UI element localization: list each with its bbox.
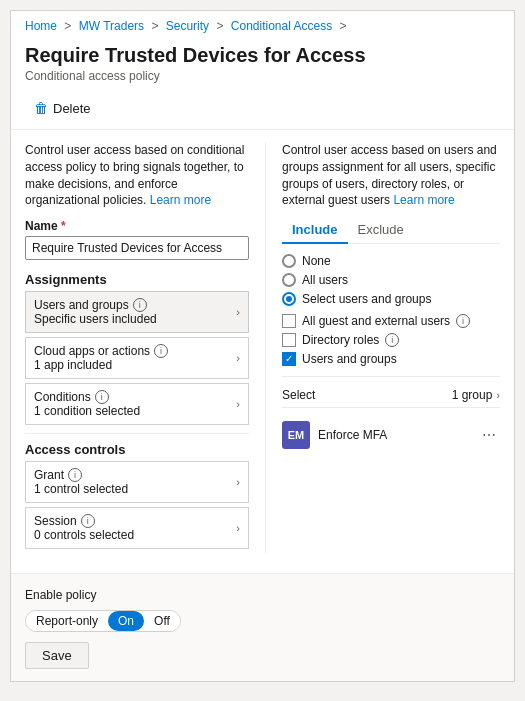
enable-policy-label: Enable policy [25,588,500,602]
users-groups-info-icon[interactable]: i [133,298,147,312]
guest-info-icon[interactable]: i [456,314,470,328]
checkbox-directory-label: Directory roles [302,333,379,347]
page-container: Home > MW Traders > Security > Condition… [10,10,515,682]
checkbox-directory-box [282,333,296,347]
directory-info-icon[interactable]: i [385,333,399,347]
select-value: 1 group [452,388,493,402]
right-divider [282,376,500,377]
users-groups-label: Users and groups [34,298,129,312]
delete-button[interactable]: 🗑 Delete [25,95,100,121]
radio-group: None All users Select users and groups [282,254,500,306]
radio-none-circle [282,254,296,268]
radio-dot [286,296,292,302]
grant-info-icon[interactable]: i [68,468,82,482]
right-description: Control user access based on users and g… [282,142,500,209]
assignments-title: Assignments [25,272,249,287]
checkbox-guest-external[interactable]: All guest and external users i [282,314,500,328]
required-star: * [61,219,66,233]
radio-all-users[interactable]: All users [282,273,500,287]
grant-label: Grant [34,468,64,482]
session-info-icon[interactable]: i [81,514,95,528]
cloud-apps-row[interactable]: Cloud apps or actions i 1 app included › [25,337,249,379]
cloud-apps-info-icon[interactable]: i [154,344,168,358]
cloud-apps-chevron: › [236,352,240,364]
divider-1 [25,433,249,434]
grant-row[interactable]: Grant i 1 control selected › [25,461,249,503]
select-row[interactable]: Select 1 group › [282,383,500,408]
left-panel: Control user access based on conditional… [25,142,265,553]
access-controls-title: Access controls [25,442,249,457]
grant-value: 1 control selected [34,482,128,496]
select-label: Select [282,388,315,402]
toolbar: 🗑 Delete [11,89,514,130]
toggle-on[interactable]: On [108,611,144,631]
conditions-label: Conditions [34,390,91,404]
conditions-row[interactable]: Conditions i 1 condition selected › [25,383,249,425]
group-item: EM Enforce MFA ⋯ [282,416,500,454]
toggle-off[interactable]: Off [144,611,180,631]
users-groups-chevron: › [236,306,240,318]
breadcrumb-mwtraders[interactable]: MW Traders [79,19,144,33]
tab-exclude[interactable]: Exclude [348,217,414,244]
page-header: Require Trusted Devices for Access Condi… [11,37,514,89]
radio-all-users-circle [282,273,296,287]
radio-none[interactable]: None [282,254,500,268]
group-item-left: EM Enforce MFA [282,421,387,449]
checkbox-directory-roles[interactable]: Directory roles i [282,333,500,347]
session-row[interactable]: Session i 0 controls selected › [25,507,249,549]
radio-select-users-circle [282,292,296,306]
conditions-chevron: › [236,398,240,410]
name-input[interactable] [25,236,249,260]
toggle-container: Report-only On Off [25,610,500,632]
session-value: 0 controls selected [34,528,134,542]
users-groups-value: Specific users included [34,312,157,326]
group-name: Enforce MFA [318,428,387,442]
checkbox-check-icon: ✓ [285,354,293,364]
select-chevron: › [496,389,500,401]
checkbox-group: All guest and external users i Directory… [282,314,500,366]
checkbox-guest-box [282,314,296,328]
tab-include[interactable]: Include [282,217,348,244]
footer: Enable policy Report-only On Off Save [11,573,514,681]
page-subtitle: Conditional access policy [25,69,500,83]
main-content: Control user access based on conditional… [11,130,514,553]
delete-icon: 🗑 [34,100,48,116]
breadcrumb-home[interactable]: Home [25,19,57,33]
checkbox-users-box: ✓ [282,352,296,366]
checkbox-users-label: Users and groups [302,352,397,366]
left-description: Control user access based on conditional… [25,142,249,209]
tabs: Include Exclude [282,217,500,244]
cloud-apps-label: Cloud apps or actions [34,344,150,358]
grant-chevron: › [236,476,240,488]
right-panel: Control user access based on users and g… [265,142,500,553]
session-label: Session [34,514,77,528]
learn-more-link-1[interactable]: Learn more [150,193,211,207]
policy-toggle[interactable]: Report-only On Off [25,610,181,632]
users-groups-row[interactable]: Users and groups i Specific users includ… [25,291,249,333]
page-title: Require Trusted Devices for Access [25,43,500,67]
conditions-value: 1 condition selected [34,404,140,418]
cloud-apps-value: 1 app included [34,358,168,372]
checkbox-guest-label: All guest and external users [302,314,450,328]
breadcrumb-security[interactable]: Security [166,19,209,33]
group-avatar: EM [282,421,310,449]
delete-label: Delete [53,101,91,116]
session-chevron: › [236,522,240,534]
breadcrumb: Home > MW Traders > Security > Condition… [11,11,514,37]
learn-more-link-2[interactable]: Learn more [393,193,454,207]
breadcrumb-conditional-access[interactable]: Conditional Access [231,19,332,33]
group-ellipsis-button[interactable]: ⋯ [478,425,500,445]
checkbox-users-groups[interactable]: ✓ Users and groups [282,352,500,366]
name-label: Name * [25,219,249,233]
radio-all-users-label: All users [302,273,348,287]
radio-none-label: None [302,254,331,268]
toggle-report-only[interactable]: Report-only [26,611,108,631]
save-button[interactable]: Save [25,642,89,669]
radio-select-users-label: Select users and groups [302,292,431,306]
radio-select-users[interactable]: Select users and groups [282,292,500,306]
conditions-info-icon[interactable]: i [95,390,109,404]
